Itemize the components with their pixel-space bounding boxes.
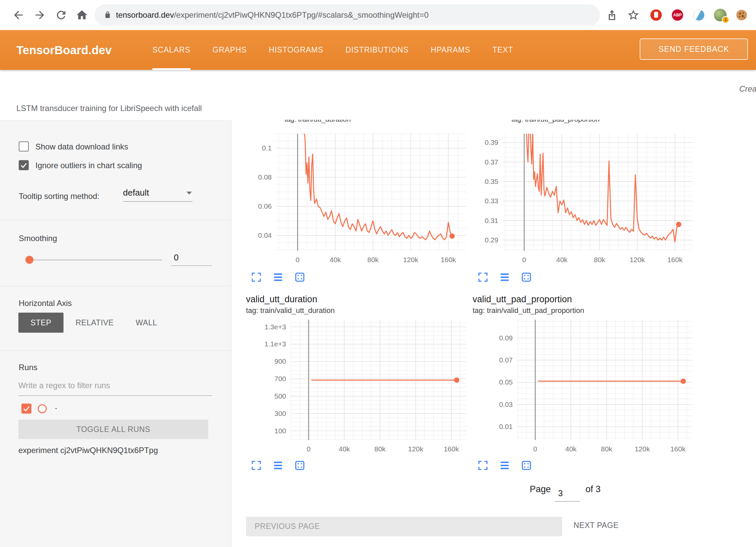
svg-text:700: 700: [274, 375, 286, 382]
svg-text:1.3e+3: 1.3e+3: [264, 323, 286, 331]
horizontal-axis-label: Horizontal Axis: [19, 299, 72, 308]
tab-hparams[interactable]: HPARAMS: [431, 30, 470, 70]
cookie-icon[interactable]: [735, 9, 748, 21]
back-icon[interactable]: [12, 9, 25, 21]
run-color-swatch[interactable]: [38, 404, 47, 413]
run-name: .: [55, 401, 57, 411]
svg-text:0.1: 0.1: [262, 144, 272, 152]
runs-label: Runs: [19, 363, 37, 372]
settings-sidebar: Show data download links Ignore outliers…: [0, 120, 231, 547]
abp-extension-icon[interactable]: ABP: [672, 9, 683, 21]
svg-text:500: 500: [274, 392, 286, 400]
svg-text:1.1e+3: 1.1e+3: [264, 340, 286, 348]
reload-icon[interactable]: [55, 9, 68, 21]
svg-text:0.39: 0.39: [485, 138, 498, 146]
tab-histograms[interactable]: HISTOGRAMS: [269, 30, 323, 70]
notification-badge: 1: [722, 16, 729, 23]
svg-text:0.08: 0.08: [258, 173, 272, 181]
expand-chart-icon[interactable]: [477, 460, 489, 471]
svg-text:300: 300: [274, 410, 286, 417]
fit-domain-icon[interactable]: [294, 271, 305, 283]
svg-text:0: 0: [533, 445, 537, 453]
svg-text:80k: 80k: [367, 256, 379, 263]
forward-icon[interactable]: [33, 9, 46, 21]
ignore-outliers-checkbox[interactable]: [19, 160, 29, 170]
axis-step-button[interactable]: STEP: [18, 313, 64, 333]
run-checkbox[interactable]: [21, 404, 31, 414]
chart-title: valid_utt_pad_proportion: [473, 294, 572, 305]
svg-text:0: 0: [307, 445, 311, 453]
divider: [0, 350, 231, 351]
svg-text:0: 0: [296, 256, 300, 263]
expand-chart-icon[interactable]: [251, 271, 262, 283]
svg-text:0.37: 0.37: [485, 158, 498, 166]
data-table-icon[interactable]: [272, 271, 284, 283]
tab-graphs[interactable]: GRAPHS: [213, 30, 247, 70]
tensorboard-logo[interactable]: TensorBoard.dev: [16, 30, 112, 70]
svg-text:0.05: 0.05: [499, 378, 513, 386]
data-table-icon[interactable]: [499, 271, 510, 283]
profile-avatar[interactable]: 1: [714, 9, 727, 21]
svg-text:160k: 160k: [670, 445, 686, 453]
tab-scalars[interactable]: SCALARS: [152, 30, 191, 70]
tooltip-sorting-value: default: [123, 188, 149, 198]
chart-title: valid_utt_duration: [246, 294, 317, 305]
browser-chrome: tensorboard.dev/experiment/cj2vtPiwQHKN9…: [0, 0, 756, 30]
divider: [0, 286, 231, 286]
svg-text:0: 0: [522, 256, 526, 263]
show-download-links-checkbox[interactable]: [19, 141, 29, 151]
svg-text:0.29: 0.29: [485, 236, 498, 244]
svg-text:160k: 160k: [667, 256, 683, 263]
home-icon[interactable]: [76, 9, 88, 21]
svg-text:120k: 120k: [403, 256, 418, 263]
fit-domain-icon[interactable]: [294, 460, 305, 471]
tab-text[interactable]: TEXT: [492, 30, 513, 70]
url-bar[interactable]: tensorboard.dev/experiment/cj2vtPiwQHKN9…: [95, 4, 600, 26]
send-feedback-button[interactable]: SEND FEEDBACK: [640, 38, 748, 60]
svg-text:0.31: 0.31: [485, 217, 498, 224]
smoothing-slider-track[interactable]: [28, 259, 162, 260]
fit-domain-icon[interactable]: [521, 271, 532, 283]
adblock-extension-icon[interactable]: [650, 9, 662, 21]
data-table-icon[interactable]: [272, 460, 284, 471]
smoothing-value-input[interactable]: [171, 250, 212, 266]
svg-text:0.07: 0.07: [499, 356, 513, 364]
svg-text:40k: 40k: [565, 445, 577, 453]
chevron-down-icon: [186, 192, 192, 195]
data-table-icon[interactable]: [499, 460, 510, 471]
bookmark-star-icon[interactable]: [627, 9, 640, 21]
toggle-all-runs-button[interactable]: TOGGLE ALL RUNS: [18, 420, 208, 439]
chart-plot-utt-duration[interactable]: 040k80k120k160k0.040.060.080.1: [243, 124, 474, 266]
runs-filter-input[interactable]: [18, 375, 212, 396]
next-page-button[interactable]: NEXT PAGE: [574, 521, 619, 530]
axis-relative-button[interactable]: RELATIVE: [71, 313, 118, 333]
tab-distributions[interactable]: DISTRIBUTIONS: [345, 30, 408, 70]
tensorboard-header: TensorBoard.dev SCALARS GRAPHS HISTOGRAM…: [0, 30, 756, 70]
chart-plot-valid-utt-duration[interactable]: 040k80k120k160k1003005007009001.1e+31.3e…: [246, 310, 480, 456]
svg-text:40k: 40k: [330, 256, 341, 263]
axis-wall-button[interactable]: WALL: [131, 313, 162, 333]
expand-chart-icon[interactable]: [477, 271, 489, 283]
chart-plot-utt-pad-proportion[interactable]: 040k80k120k160k0.290.310.330.350.370.39: [470, 124, 700, 266]
page-number-input[interactable]: [555, 485, 580, 502]
ignore-outliers-label: Ignore outliers in chart scaling: [35, 161, 142, 170]
chart-actions: [477, 271, 532, 283]
extension-icon[interactable]: [693, 9, 705, 21]
chart-tag-cutoff: tag: train/utt_duration: [284, 120, 398, 124]
lock-icon: [103, 11, 112, 19]
previous-page-button[interactable]: PREVIOUS PAGE: [246, 517, 562, 536]
svg-text:100: 100: [274, 427, 286, 435]
smoothing-slider-thumb[interactable]: [25, 256, 33, 264]
tooltip-sorting-label: Tooltip sorting method:: [19, 192, 99, 201]
tooltip-sorting-dropdown[interactable]: default: [123, 188, 193, 202]
url-text: tensorboard.dev/experiment/cj2vtPiwQHKN9…: [116, 4, 428, 26]
smoothing-label: Smoothing: [19, 234, 57, 243]
svg-text:0.06: 0.06: [258, 202, 272, 210]
expand-chart-icon[interactable]: [251, 460, 262, 471]
chart-plot-valid-utt-pad-proportion[interactable]: 040k80k120k160k0.010.030.050.070.09: [473, 310, 707, 456]
svg-text:40k: 40k: [339, 445, 350, 453]
divider: [0, 220, 231, 220]
share-icon[interactable]: [606, 9, 618, 21]
fit-domain-icon[interactable]: [521, 460, 532, 471]
chart-actions: [477, 460, 532, 471]
